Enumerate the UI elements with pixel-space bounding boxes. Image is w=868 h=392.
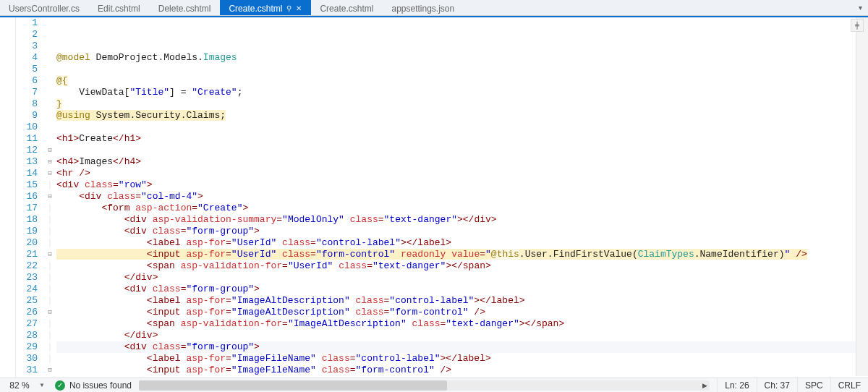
line-number[interactable]: 29 (16, 341, 38, 353)
scrollbar-thumb[interactable] (139, 380, 447, 391)
fold-gutter-cell[interactable]: │ (43, 341, 56, 353)
line-number[interactable]: 3 (16, 41, 38, 52)
line-number[interactable]: 30 (16, 353, 38, 365)
code-line-19[interactable]: <span asp-validation-for="UserId" class=… (56, 260, 868, 272)
code-line-21[interactable]: <div class="form-group"> (56, 284, 868, 295)
fold-gutter-cell[interactable] (43, 29, 56, 41)
scroll-right-icon[interactable]: ▶ (699, 380, 710, 391)
fold-gutter-cell[interactable]: │ (43, 203, 56, 214)
zoom-dropdown-icon[interactable]: ▼ (35, 382, 49, 388)
code-line-17[interactable]: <label asp-for="UserId" class="control-l… (56, 237, 868, 249)
code-editor[interactable]: 1234567891011121314151617181920212223242… (0, 16, 868, 378)
line-number[interactable]: 17 (16, 203, 38, 214)
fold-gutter-cell[interactable]: │ (43, 179, 56, 191)
line-number[interactable]: 26 (16, 307, 38, 318)
pin-icon[interactable]: ⚲ (286, 4, 292, 12)
fold-gutter-cell[interactable]: ⊟ (43, 191, 56, 203)
fold-gutter-cell[interactable]: ⊟ (43, 249, 56, 260)
code-line-14[interactable]: <form asp-action="Create"> (56, 203, 868, 214)
fold-gutter-cell[interactable]: │ (43, 353, 56, 365)
fold-gutter-cell[interactable]: ⊟ (43, 307, 56, 318)
line-number[interactable]: 20 (16, 237, 38, 249)
line-number[interactable]: 11 (16, 133, 38, 145)
tab-appsettings-json-5[interactable]: appsettings.json (383, 0, 464, 15)
code-line-13[interactable]: <div class="col-md-4"> (56, 191, 868, 203)
line-number-gutter[interactable]: 1234567891011121314151617181920212223242… (16, 17, 43, 378)
line-number[interactable]: 14 (16, 168, 38, 179)
fold-gutter-cell[interactable]: │ (43, 214, 56, 226)
line-number[interactable]: 19 (16, 226, 38, 237)
code-line-27[interactable]: <label asp-for="ImageFileName" class="co… (56, 353, 868, 365)
line-number[interactable]: 12 (16, 145, 38, 156)
line-number[interactable]: 31 (16, 365, 38, 376)
line-number[interactable]: 10 (16, 122, 38, 133)
code-line-10[interactable]: <h4>Images</h4> (56, 156, 868, 168)
fold-gutter-cell[interactable] (43, 64, 56, 75)
issues-indicator[interactable]: ✓ No issues found (49, 380, 132, 391)
fold-gutter-cell[interactable] (43, 41, 56, 52)
caret-char[interactable]: Ch: 37 (757, 378, 797, 392)
code-line-11[interactable]: <hr /> (56, 168, 868, 179)
code-line-28[interactable]: <input asp-for="ImageFileName" class="fo… (56, 365, 868, 376)
fold-gutter-cell[interactable]: │ (43, 295, 56, 307)
fold-gutter-cell[interactable]: │ (43, 260, 56, 272)
code-line-2[interactable] (56, 64, 868, 75)
line-number[interactable]: 28 (16, 330, 38, 341)
fold-gutter-cell[interactable]: ⊟ (43, 365, 56, 376)
code-line-16[interactable]: <div class="form-group"> (56, 226, 868, 237)
line-number[interactable]: 27 (16, 318, 38, 330)
fold-gutter-cell[interactable] (43, 87, 56, 98)
fold-gutter-cell[interactable]: ⊟ (43, 145, 56, 156)
tab-edit-cshtml-1[interactable]: Edit.cshtml (89, 0, 150, 15)
code-line-12[interactable]: <div class="row"> (56, 179, 868, 191)
code-line-9[interactable] (56, 145, 868, 156)
code-line-3[interactable]: @{ (56, 75, 868, 87)
fold-gutter-cell[interactable]: │ (43, 318, 56, 330)
indent-mode[interactable]: SPC (797, 378, 830, 392)
code-line-22[interactable]: <label asp-for="ImageAltDescription" cla… (56, 295, 868, 307)
fold-gutter-cell[interactable] (43, 98, 56, 110)
line-number[interactable]: 16 (16, 191, 38, 203)
zoom-level[interactable]: 82 % (0, 380, 35, 391)
fold-gutter-cell[interactable] (43, 122, 56, 133)
line-number[interactable]: 21 (16, 249, 38, 260)
fold-gutter-cell[interactable] (43, 17, 56, 29)
line-number[interactable]: 6 (16, 75, 38, 87)
line-number[interactable]: 15 (16, 179, 38, 191)
code-line-20[interactable]: </div> (56, 272, 868, 284)
line-number[interactable]: 5 (16, 64, 38, 75)
close-icon[interactable]: ✕ (296, 4, 302, 12)
code-line-23[interactable]: <input asp-for="ImageAltDescription" cla… (56, 307, 868, 318)
code-line-26[interactable]: <div class="form-group"> (56, 341, 868, 353)
line-number[interactable]: 2 (16, 29, 38, 41)
fold-gutter-cell[interactable]: ⊟ (43, 168, 56, 179)
line-number[interactable]: 4 (16, 52, 38, 64)
tab-overflow-icon[interactable]: ▾ (859, 4, 862, 12)
fold-gutter-cell[interactable] (43, 133, 56, 145)
fold-gutter-cell[interactable]: │ (43, 330, 56, 341)
code-line-5[interactable]: } (56, 98, 868, 110)
horizontal-scrollbar[interactable]: ◀ ▶ (139, 380, 710, 391)
fold-gutter-cell[interactable]: │ (43, 272, 56, 284)
line-number[interactable]: 7 (16, 87, 38, 98)
line-number[interactable]: 22 (16, 260, 38, 272)
code-line-8[interactable]: <h1>Create</h1> (56, 133, 868, 145)
code-line-4[interactable]: ViewData["Title"] = "Create"; (56, 87, 868, 98)
tab-create-cshtml-4[interactable]: Create.cshtml (311, 0, 383, 15)
caret-line[interactable]: Ln: 26 (717, 378, 756, 392)
code-line-24[interactable]: <span asp-validation-for="ImageAltDescri… (56, 318, 868, 330)
fold-gutter-cell[interactable]: │ (43, 226, 56, 237)
line-number[interactable]: 18 (16, 214, 38, 226)
fold-gutter-cell[interactable] (43, 52, 56, 64)
line-number[interactable]: 13 (16, 156, 38, 168)
fold-gutter-cell[interactable] (43, 75, 56, 87)
fold-gutter-cell[interactable]: ⊟ (43, 156, 56, 168)
fold-gutter-cell[interactable] (43, 110, 56, 122)
code-line-15[interactable]: <div asp-validation-summary="ModelOnly" … (56, 214, 868, 226)
fold-margin[interactable]: ⊟⊟⊟│⊟││││⊟││││⊟││││⊟│ (43, 17, 56, 378)
split-window-icon[interactable]: ╪ (851, 19, 864, 32)
line-number[interactable]: 25 (16, 295, 38, 307)
line-number[interactable]: 9 (16, 110, 38, 122)
line-number[interactable]: 23 (16, 272, 38, 284)
line-ending[interactable]: CRLF (830, 378, 868, 392)
